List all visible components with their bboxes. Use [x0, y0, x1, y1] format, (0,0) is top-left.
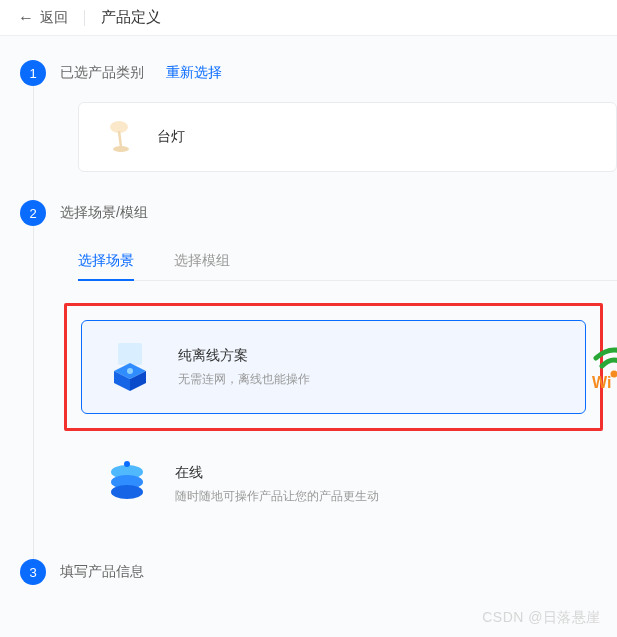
scene-offline-desc: 无需连网，离线也能操作 — [178, 371, 310, 388]
svg-point-6 — [127, 368, 133, 374]
tab-select-scene[interactable]: 选择场景 — [78, 242, 134, 280]
svg-point-7 — [611, 371, 618, 378]
header-divider — [84, 10, 85, 26]
svg-point-1 — [113, 146, 129, 152]
svg-rect-2 — [118, 343, 142, 365]
back-button[interactable]: ← 返回 — [18, 9, 68, 27]
watermark-text: CSDN @日落悬崖 — [482, 609, 601, 627]
step-2-title: 选择场景/模组 — [60, 204, 148, 222]
online-layers-icon — [101, 458, 153, 510]
wifi-icon: Wi — [590, 340, 617, 394]
step-2-number: 2 — [20, 200, 46, 226]
scene-offline-title: 纯离线方案 — [178, 347, 310, 365]
step-3-title: 填写产品信息 — [60, 563, 144, 581]
step-1: 1 已选产品类别 重新选择 台灯 — [20, 60, 617, 172]
step-3-number: 3 — [20, 559, 46, 585]
step-3: 3 填写产品信息 — [20, 559, 617, 585]
page-title: 产品定义 — [101, 8, 161, 27]
reselect-link[interactable]: 重新选择 — [166, 64, 222, 82]
tab-select-module[interactable]: 选择模组 — [174, 242, 230, 280]
scene-online-title: 在线 — [175, 464, 379, 482]
scene-online-desc: 随时随地可操作产品让您的产品更生动 — [175, 488, 379, 505]
svg-point-11 — [111, 485, 143, 499]
back-label: 返回 — [40, 9, 68, 27]
back-arrow-icon: ← — [18, 9, 34, 27]
offline-cube-icon — [104, 341, 156, 393]
svg-point-12 — [124, 461, 130, 467]
step-1-number: 1 — [20, 60, 46, 86]
svg-text:Wi: Wi — [592, 374, 611, 390]
highlight-annotation: 纯离线方案 无需连网，离线也能操作 Wi — [64, 303, 603, 431]
scene-card-online[interactable]: 在线 随时随地可操作产品让您的产品更生动 — [78, 437, 617, 531]
product-name: 台灯 — [157, 128, 185, 146]
scene-tabs: 选择场景 选择模组 — [78, 242, 617, 281]
step-2: 2 选择场景/模组 选择场景 选择模组 — [20, 200, 617, 531]
selected-product-card[interactable]: 台灯 — [78, 102, 617, 172]
page-header: ← 返回 产品定义 — [0, 0, 617, 36]
step-1-title: 已选产品类别 — [60, 64, 144, 82]
scene-card-offline[interactable]: 纯离线方案 无需连网，离线也能操作 — [81, 320, 586, 414]
lamp-icon — [99, 117, 139, 157]
